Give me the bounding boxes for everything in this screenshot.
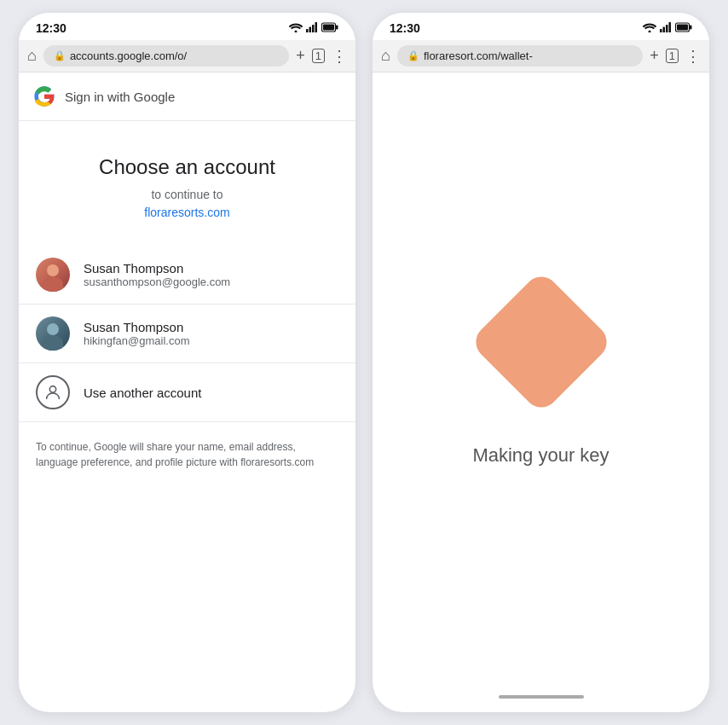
add-account-icon [36, 375, 70, 409]
svg-rect-0 [306, 29, 309, 32]
tabs-count-icon-left[interactable]: 1 [312, 49, 325, 63]
home-bar-right [499, 695, 584, 699]
svg-rect-13 [690, 25, 692, 29]
footer-note: To continue, Google will share your name… [19, 422, 355, 470]
menu-icon-right[interactable]: ⋮ [685, 47, 701, 66]
menu-icon-left[interactable]: ⋮ [332, 47, 347, 66]
left-phone: 12:30 [19, 13, 355, 712]
diamond-animation [469, 270, 614, 415]
status-time-right: 12:30 [390, 21, 420, 35]
home-icon-left[interactable]: ⌂ [27, 47, 37, 65]
battery-icon-left [321, 22, 338, 35]
svg-point-7 [49, 386, 55, 392]
browser-actions-left: + 1 ⋮ [296, 47, 347, 66]
svg-rect-1 [309, 26, 312, 32]
new-tab-icon-left[interactable]: + [296, 47, 305, 65]
new-tab-icon-right[interactable]: + [650, 47, 659, 65]
tabs-count-icon-right[interactable]: 1 [666, 49, 679, 63]
url-bar-left[interactable]: 🔒 accounts.google.com/o/ [43, 45, 289, 67]
account-content: Choose an account to continue to florare… [19, 121, 355, 712]
making-key-text: Making your key [472, 444, 609, 467]
battery-icon-right [675, 22, 692, 35]
svg-rect-14 [677, 24, 688, 30]
svg-rect-8 [660, 29, 662, 32]
browser-actions-right: + 1 ⋮ [650, 47, 701, 66]
status-icons-left [289, 22, 338, 35]
google-logo [32, 84, 56, 108]
status-icons-right [643, 22, 692, 35]
key-content: Making your key [373, 72, 709, 685]
google-signin-header: Sign in with Google [19, 72, 355, 121]
account-item-2[interactable]: Susan Thompson hikingfan@gmail.com [19, 304, 355, 363]
browser-bar-right: ⌂ 🔒 floraresort.com/wallet- + 1 ⋮ [373, 40, 709, 72]
account-info-1: Susan Thompson susanthompson@google.com [84, 261, 338, 288]
account-email-2: hikingfan@gmail.com [84, 334, 338, 347]
continue-label: to continue to [36, 188, 338, 201]
account-list: Susan Thompson susanthompson@google.com … [19, 246, 355, 422]
account-item-1[interactable]: Susan Thompson susanthompson@google.com [19, 246, 355, 304]
google-signin-text: Sign in with Google [65, 90, 175, 104]
browser-bar-left: ⌂ 🔒 accounts.google.com/o/ + 1 ⋮ [19, 40, 355, 72]
status-bar-left: 12:30 [19, 13, 355, 40]
signal-icon-left [306, 22, 318, 35]
avatar-2 [36, 316, 70, 351]
status-time-left: 12:30 [36, 21, 66, 35]
url-text-right: floraresort.com/wallet- [424, 49, 633, 62]
account-email-1: susanthompson@google.com [84, 276, 338, 288]
svg-rect-10 [666, 25, 668, 32]
account-info-2: Susan Thompson hikingfan@gmail.com [84, 320, 338, 347]
wifi-icon-right [643, 22, 656, 35]
lock-icon-right: 🔒 [407, 50, 419, 61]
svg-rect-9 [663, 26, 666, 32]
url-bar-right[interactable]: 🔒 floraresort.com/wallet- [397, 45, 643, 67]
choose-account-title: Choose an account [36, 155, 338, 179]
svg-rect-5 [336, 25, 338, 29]
status-bar-right: 12:30 [373, 13, 709, 40]
svg-rect-6 [323, 24, 334, 30]
another-account-label: Use another account [84, 386, 201, 400]
choose-title-section: Choose an account to continue to florare… [19, 121, 355, 229]
lock-icon-left: 🔒 [54, 50, 66, 61]
avatar-1 [36, 258, 70, 292]
right-phone: 12:30 [373, 13, 709, 712]
use-another-account-item[interactable]: Use another account [19, 363, 355, 422]
account-name-1: Susan Thompson [84, 261, 338, 276]
wifi-icon-left [289, 22, 303, 35]
home-indicator-right [373, 685, 709, 712]
site-link[interactable]: floraresorts.com [144, 206, 229, 219]
svg-rect-3 [315, 22, 318, 32]
svg-rect-2 [312, 25, 315, 32]
account-name-2: Susan Thompson [84, 320, 338, 334]
signal-icon-right [660, 22, 672, 35]
url-text-left: accounts.google.com/o/ [70, 49, 279, 62]
home-icon-right[interactable]: ⌂ [381, 47, 390, 65]
svg-rect-11 [669, 22, 672, 32]
